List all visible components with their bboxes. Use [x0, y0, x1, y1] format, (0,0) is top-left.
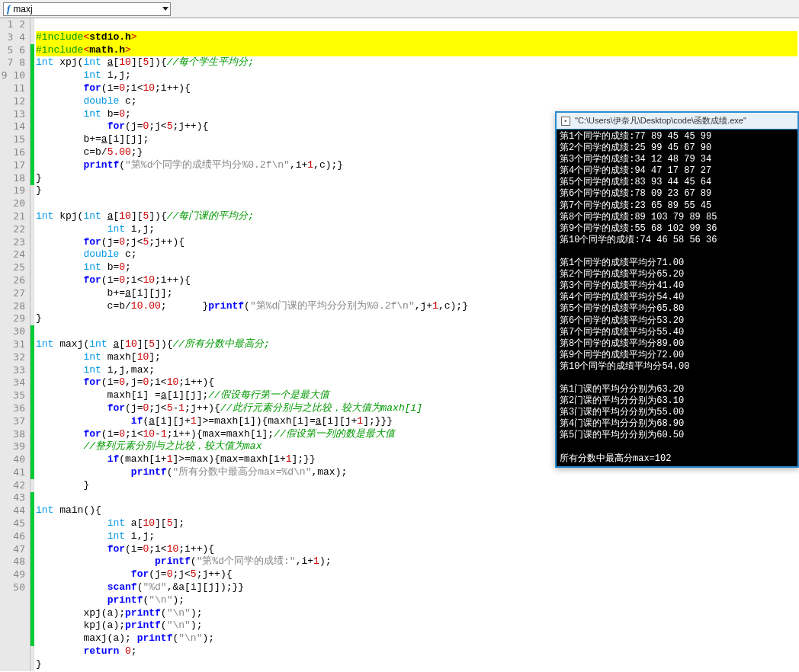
console-app-icon: ▪	[561, 117, 570, 126]
change-margin	[30, 18, 34, 671]
dropdown-label: maxj	[13, 4, 32, 14]
console-title-text: "C:\Users\伊奈凡\Desktop\code\函数成绩.exe"	[575, 115, 746, 126]
line-number-gutter: 1 2 3 4 5 6 7 8 9 10 11 12 13 14 15 16 1…	[0, 18, 30, 671]
function-dropdown[interactable]: f maxj	[3, 2, 171, 16]
console-window[interactable]: ▪ "C:\Users\伊奈凡\Desktop\code\函数成绩.exe" 第…	[555, 111, 799, 468]
console-output[interactable]: 第1个同学的成绩:77 89 45 45 99 第2个同学的成绩:25 99 4…	[557, 130, 797, 466]
chevron-down-icon	[162, 7, 168, 11]
function-icon: f	[7, 3, 10, 15]
toolbar: f maxj	[0, 0, 799, 18]
console-titlebar[interactable]: ▪ "C:\Users\伊奈凡\Desktop\code\函数成绩.exe"	[557, 113, 797, 130]
